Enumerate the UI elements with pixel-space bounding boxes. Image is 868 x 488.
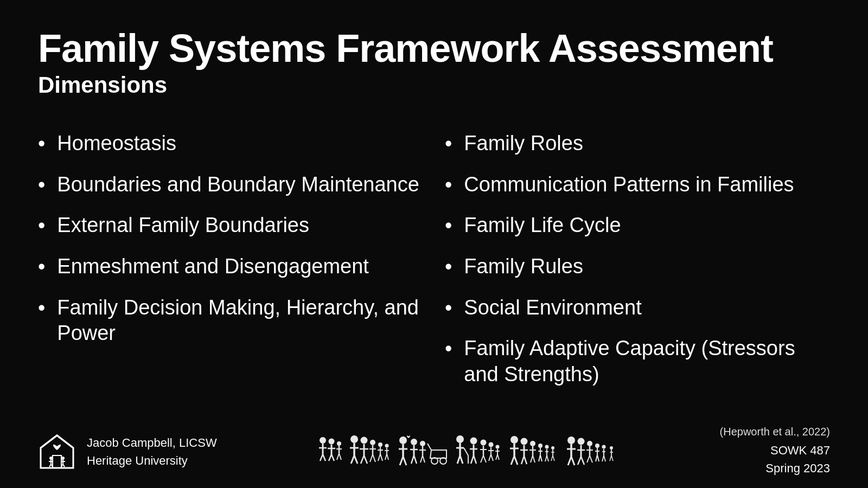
list-item: • Family Roles [445,131,830,157]
svg-line-88 [489,454,491,461]
bullet-text: Boundaries and Boundary Maintenance [57,172,419,198]
svg-line-45 [378,454,380,461]
svg-point-110 [538,444,542,448]
bullet-icon: • [38,296,45,321]
svg-line-138 [587,455,590,463]
svg-point-75 [470,438,477,445]
svg-line-60 [411,455,414,464]
family-silhouettes [316,434,620,469]
bullet-text: Communication Patterns in Families [464,172,794,198]
svg-line-51 [387,454,388,460]
svg-line-94 [497,454,499,460]
svg-point-125 [567,436,575,444]
svg-point-80 [481,440,487,446]
slide: Family Systems Framework Assessment Dime… [0,0,868,488]
svg-line-15 [320,454,323,461]
bullet-icon: • [38,214,45,239]
svg-line-149 [604,455,605,461]
svg-point-52 [399,436,407,444]
author-info: Jacob Campbell, LICSW Heritage Universit… [87,434,217,470]
svg-line-65 [420,455,423,463]
bullet-text: Family Rules [464,254,583,280]
svg-line-61 [414,455,417,464]
course-info: SOWK 487 Spring 2023 [720,441,830,477]
svg-line-83 [481,455,483,463]
svg-line-139 [590,455,592,463]
list-item: • Homeostasis [38,131,423,157]
svg-point-22 [337,441,341,446]
svg-line-98 [511,456,514,465]
list-item: • Family Decision Making, Hierarchy, and… [38,295,423,346]
author-name: Jacob Campbell, LICSW [87,434,217,452]
bullet-text: External Family Boundaries [57,213,309,239]
svg-line-123 [551,455,553,461]
svg-point-27 [350,435,358,443]
svg-point-100 [521,438,528,445]
list-item: • Family Adaptive Capacity (Stressors an… [445,336,830,387]
svg-line-46 [380,454,382,461]
svg-marker-0 [41,435,73,468]
bullet-icon: • [38,255,45,280]
svg-line-31 [354,455,358,464]
svg-point-7 [61,457,65,460]
svg-line-25 [337,453,339,460]
svg-line-133 [578,457,581,465]
svg-line-89 [491,454,493,461]
subtitle: Dimensions [38,72,830,98]
svg-point-140 [595,444,599,448]
organization-logo [38,433,76,471]
svg-line-128 [568,457,571,465]
svg-point-90 [496,445,500,449]
svg-line-79 [474,455,476,464]
bullet-icon: • [38,132,45,157]
svg-line-103 [521,456,524,464]
bullet-icon: • [445,132,452,157]
svg-line-16 [323,454,326,461]
svg-line-109 [533,455,535,463]
svg-line-78 [471,455,474,464]
svg-line-35 [361,455,364,464]
svg-point-120 [551,446,554,450]
svg-line-36 [364,455,367,464]
list-item: • Family Life Cycle [445,213,830,239]
svg-line-69 [427,444,431,450]
svg-line-108 [531,455,533,463]
svg-rect-1 [53,455,61,468]
svg-line-154 [611,455,613,461]
svg-line-104 [524,456,527,464]
svg-line-153 [610,455,611,461]
institution-name: Heritage University [87,452,217,470]
bullet-text: Homeostasis [57,131,176,157]
svg-line-40 [370,454,373,462]
svg-point-105 [530,441,535,446]
svg-point-145 [602,445,606,449]
svg-line-144 [597,455,599,461]
svg-line-134 [581,457,584,465]
bullet-text: Family Roles [464,131,583,157]
bullet-icon: • [445,255,452,280]
svg-point-115 [545,445,549,449]
header: Family Systems Framework Assessment Dime… [38,27,830,98]
svg-line-55 [400,457,403,465]
list-item: • Social Environment [445,295,830,321]
svg-line-74 [460,455,463,464]
list-item: • Family Rules [445,254,830,280]
bullet-icon: • [445,337,452,362]
semester: Spring 2023 [765,461,830,475]
bullet-icon: • [445,296,452,321]
citation: (Hepworth et al., 2022) [720,426,830,438]
svg-line-26 [339,453,341,460]
svg-point-130 [578,438,585,445]
svg-line-11 [63,464,65,467]
svg-point-150 [610,446,613,450]
family-icons-area [316,434,620,469]
footer-left: Jacob Campbell, LICSW Heritage Universit… [38,433,217,471]
svg-line-20 [329,454,331,461]
svg-line-66 [423,455,425,463]
svg-line-41 [373,454,375,462]
list-item: • External Family Boundaries [38,213,423,239]
svg-line-114 [540,455,542,461]
svg-line-124 [553,455,554,461]
list-item: • Boundaries and Boundary Maintenance [38,172,423,198]
svg-line-56 [403,457,406,465]
